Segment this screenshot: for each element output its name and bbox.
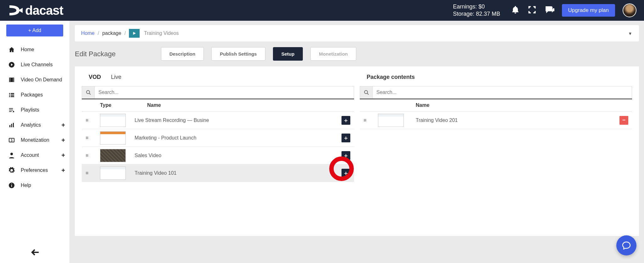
svg-rect-16 bbox=[9, 111, 12, 112]
sidebar-item-label: Video On Demand bbox=[21, 77, 62, 83]
table-row: ≡ Training Video 101 ＋ bbox=[82, 164, 354, 182]
breadcrumb-package[interactable]: package bbox=[102, 30, 121, 36]
thumbnail bbox=[100, 114, 126, 127]
drag-handle-icon[interactable]: ≡ bbox=[86, 118, 100, 123]
svg-rect-2 bbox=[10, 78, 10, 79]
row-name: Training Video 101 bbox=[128, 170, 341, 176]
expand-icon[interactable]: + bbox=[61, 122, 65, 129]
brand-mark-icon bbox=[9, 3, 23, 17]
add-to-package-button[interactable]: ＋ bbox=[341, 169, 350, 178]
sidebar-item-home[interactable]: Home bbox=[0, 42, 69, 57]
tab-monetization[interactable]: Monetization bbox=[310, 47, 356, 61]
sidebar-item-monetization[interactable]: $ Monetization + bbox=[0, 133, 69, 148]
search-icon bbox=[82, 86, 95, 98]
expand-icon[interactable]: + bbox=[61, 152, 65, 159]
list-icon bbox=[8, 92, 15, 98]
arrow-left-icon bbox=[31, 249, 39, 255]
expand-icon[interactable]: + bbox=[61, 167, 65, 174]
svg-rect-3 bbox=[10, 79, 10, 80]
svg-rect-13 bbox=[11, 96, 14, 97]
svg-rect-8 bbox=[9, 93, 10, 94]
svg-rect-11 bbox=[11, 95, 14, 96]
brand-logo[interactable]: dacast bbox=[9, 3, 63, 18]
drag-handle-icon[interactable]: ≡ bbox=[86, 135, 100, 141]
fullscreen-icon[interactable] bbox=[528, 6, 536, 15]
sidebar-item-label: Live Channels bbox=[21, 62, 53, 68]
sidebar-item-analytics[interactable]: Analytics + bbox=[0, 118, 69, 133]
sidebar-item-preferences[interactable]: Preferences + bbox=[0, 163, 69, 178]
svg-rect-7 bbox=[13, 81, 14, 81]
expand-icon[interactable]: + bbox=[61, 137, 65, 144]
sidebar-item-account[interactable]: Account + bbox=[0, 148, 69, 163]
chat-icon[interactable] bbox=[545, 6, 554, 15]
play-circle-icon bbox=[8, 62, 15, 68]
storage-text: Storage: 82.37 MB bbox=[453, 10, 500, 18]
sidebar-item-label: Packages bbox=[21, 92, 43, 98]
brand-name: dacast bbox=[25, 3, 63, 18]
thumbnail bbox=[100, 131, 126, 145]
drag-handle-icon[interactable]: ≡ bbox=[364, 118, 378, 123]
upgrade-button[interactable]: Upgrade my plan bbox=[562, 4, 615, 17]
row-name: Sales Video bbox=[128, 153, 341, 158]
play-chip-icon bbox=[129, 29, 140, 38]
drag-handle-icon[interactable]: ≡ bbox=[86, 170, 100, 176]
support-chat-button[interactable] bbox=[616, 235, 636, 255]
playlist-icon bbox=[8, 107, 15, 113]
sidebar-item-label: Playlists bbox=[21, 107, 39, 113]
sidebar-item-label: Preferences bbox=[21, 167, 48, 173]
gear-icon bbox=[8, 167, 15, 173]
add-to-package-button[interactable]: ＋ bbox=[341, 116, 350, 125]
sidebar-back-button[interactable] bbox=[0, 245, 69, 263]
person-icon bbox=[8, 152, 15, 158]
available-content-panel: VOD Live Type Name ≡ bbox=[82, 74, 354, 228]
sidebar-item-label: Account bbox=[21, 152, 39, 158]
subtab-live[interactable]: Live bbox=[111, 74, 121, 80]
sidebar-item-playlists[interactable]: Playlists bbox=[0, 102, 69, 118]
svg-point-27 bbox=[364, 90, 368, 94]
add-button[interactable]: + Add bbox=[6, 25, 63, 36]
sidebar-item-live[interactable]: Live Channels bbox=[0, 57, 69, 72]
svg-point-26 bbox=[86, 90, 90, 94]
table-row: ≡ Live Stream Recording — Busine ＋ bbox=[82, 112, 354, 129]
tab-description[interactable]: Description bbox=[161, 47, 204, 61]
drag-handle-icon[interactable]: ≡ bbox=[86, 153, 100, 158]
sidebar-item-label: Help bbox=[21, 183, 31, 188]
sidebar-item-help[interactable]: Help bbox=[0, 178, 69, 193]
row-name: Training Video 201 bbox=[406, 118, 619, 123]
col-type: Type bbox=[100, 102, 135, 108]
thumbnail bbox=[100, 149, 126, 162]
sidebar-item-packages[interactable]: Packages bbox=[0, 87, 69, 102]
available-search-input[interactable] bbox=[95, 90, 354, 95]
table-row: ≡ Marketing - Product Launch ＋ bbox=[82, 129, 354, 147]
svg-point-22 bbox=[10, 153, 13, 155]
breadcrumb-home[interactable]: Home bbox=[81, 30, 95, 36]
table-row: ≡ Training Video 201 − bbox=[360, 112, 632, 129]
add-to-package-button[interactable]: ＋ bbox=[341, 134, 350, 142]
breadcrumb-sep: / bbox=[98, 30, 99, 36]
contents-search-input[interactable] bbox=[373, 90, 632, 95]
remove-from-package-button[interactable]: − bbox=[619, 116, 628, 125]
svg-rect-14 bbox=[9, 108, 13, 109]
panel-title: Package contents bbox=[360, 74, 632, 86]
tab-setup[interactable]: Setup bbox=[273, 47, 303, 61]
avatar[interactable] bbox=[623, 3, 636, 17]
subtab-vod[interactable]: VOD bbox=[89, 74, 101, 80]
available-table-header: Type Name bbox=[82, 99, 354, 112]
dropdown-caret-icon[interactable]: ▾ bbox=[629, 30, 631, 36]
svg-rect-5 bbox=[13, 78, 14, 79]
row-name: Marketing - Product Launch bbox=[128, 135, 341, 141]
tab-publish-settings[interactable]: Publish Settings bbox=[211, 47, 265, 61]
svg-rect-24 bbox=[11, 185, 12, 187]
search-icon bbox=[360, 86, 373, 98]
svg-rect-25 bbox=[11, 184, 12, 184]
breadcrumb-current: Training Videos bbox=[144, 30, 179, 36]
svg-rect-9 bbox=[11, 93, 14, 94]
sidebar-item-label: Home bbox=[21, 47, 34, 52]
bell-icon[interactable] bbox=[512, 5, 519, 15]
sidebar-item-vod[interactable]: Video On Demand bbox=[0, 72, 69, 87]
available-search bbox=[82, 86, 354, 99]
add-to-package-button[interactable]: ＋ bbox=[341, 151, 350, 160]
svg-rect-4 bbox=[10, 81, 10, 81]
sidebar-item-label: Monetization bbox=[21, 137, 49, 143]
contents-search bbox=[360, 86, 632, 99]
